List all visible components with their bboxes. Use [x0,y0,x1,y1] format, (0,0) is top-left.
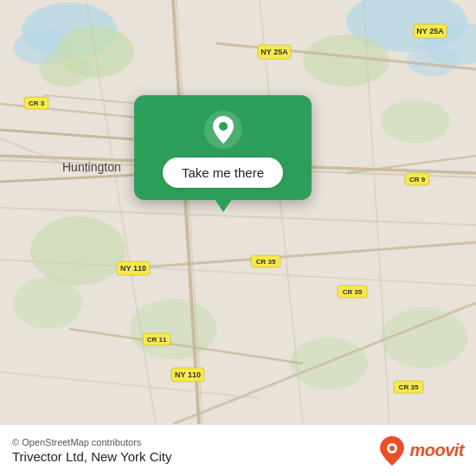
svg-text:NY 25A: NY 25A [261,48,288,56]
svg-point-7 [39,52,91,87]
location-pin-icon [204,111,242,149]
map-background: NY 25A NY 25A NY 110 NY 110 CR 35 CR 35 … [0,0,476,424]
svg-point-14 [381,307,467,368]
svg-text:CR 3: CR 3 [29,100,45,107]
moovit-logo: moovit [380,436,464,466]
svg-point-10 [30,216,125,286]
svg-text:NY 25A: NY 25A [416,27,444,35]
svg-text:CR 35: CR 35 [343,288,363,296]
take-me-there-button[interactable]: Take me there [163,158,283,188]
svg-text:CR 35: CR 35 [256,258,276,266]
svg-text:NY 110: NY 110 [120,264,146,273]
svg-point-9 [381,100,450,143]
map-container: NY 25A NY 25A NY 110 NY 110 CR 35 CR 35 … [0,0,476,424]
svg-point-57 [219,122,228,131]
svg-text:CR 11: CR 11 [147,336,167,344]
svg-text:NY 110: NY 110 [175,370,201,379]
svg-point-11 [13,277,82,329]
location-name: Trivector Ltd, New York City [12,449,172,464]
popup-card: Take me there [134,95,312,200]
svg-text:CR 9: CR 9 [409,176,426,183]
svg-point-5 [407,45,459,76]
map-attribution: © OpenStreetMap contributors [12,437,172,447]
svg-text:Huntington: Huntington [62,160,121,174]
bottom-info: © OpenStreetMap contributors Trivector L… [12,437,172,464]
bottom-bar: © OpenStreetMap contributors Trivector L… [0,424,476,476]
svg-point-12 [130,299,216,359]
moovit-pin-icon [380,436,404,466]
svg-text:CR 35: CR 35 [399,383,419,391]
svg-point-59 [389,446,395,451]
moovit-label: moovit [409,441,464,460]
